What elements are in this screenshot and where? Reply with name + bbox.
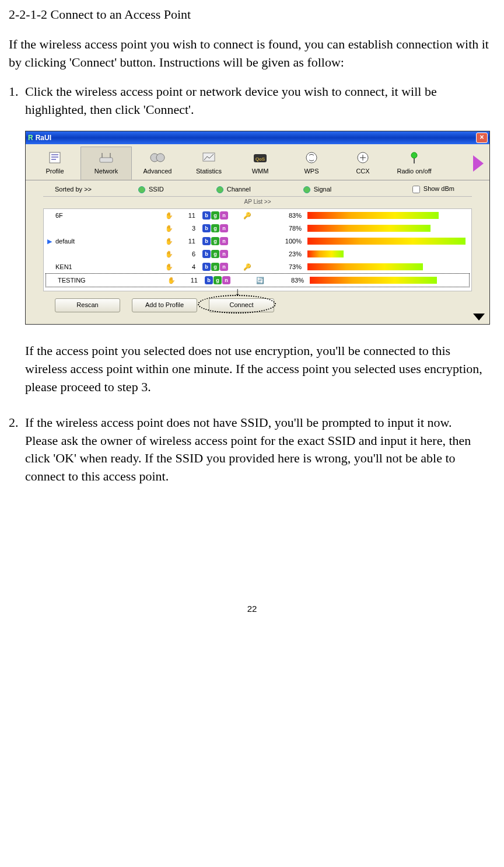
tab-label: Advanced: [132, 167, 183, 176]
ap-row[interactable]: KEN1✋4bgn🔑73%: [44, 260, 471, 273]
mode-badges: bgn: [202, 237, 243, 245]
sort-bar: Sorted by >> SSID Channel Signal Show dB…: [26, 180, 489, 196]
rescan-button[interactable]: Rescan: [55, 298, 120, 312]
ap-channel: 3: [178, 224, 202, 233]
show-dbm-checkbox[interactable]: [412, 186, 420, 193]
n-badge: n: [220, 211, 228, 220]
show-dbm-label: Show dBm: [424, 186, 454, 193]
step-number: 1.: [9, 83, 25, 101]
sort-signal-label: Signal: [314, 186, 332, 193]
svg-rect-3: [51, 159, 56, 160]
tab-label: CCX: [338, 167, 388, 176]
tab-label: Radio on/off: [389, 167, 439, 176]
g-badge: g: [211, 211, 219, 220]
g-badge: g: [211, 250, 219, 258]
tab-network[interactable]: Network: [80, 147, 132, 180]
window-titlebar: R RaUI ×: [26, 131, 489, 144]
sort-label: Sorted by >>: [55, 185, 92, 194]
n-badge: n: [222, 276, 230, 284]
step-1: 1.Click the wireless access point or net…: [9, 83, 495, 119]
tab-radio[interactable]: Radio on/off: [388, 147, 440, 180]
dot-icon: [138, 186, 145, 193]
ap-channel: 11: [180, 276, 205, 285]
radio-icon: [389, 149, 439, 166]
ccx-icon: [338, 149, 388, 166]
svg-rect-1: [51, 154, 58, 155]
show-dbm[interactable]: Show dBm: [410, 184, 454, 195]
tab-statistics[interactable]: Statistics: [183, 147, 235, 180]
tab-advanced[interactable]: Advanced: [132, 147, 183, 180]
step-text: If the wireless access point does not ha…: [25, 414, 486, 486]
app-icon: R: [28, 133, 33, 143]
svg-rect-4: [100, 158, 113, 162]
signal-bar: [307, 238, 468, 245]
tab-wmm[interactable]: QoS WMM: [235, 147, 286, 180]
tab-ccx[interactable]: CCX: [337, 147, 388, 180]
svg-point-14: [411, 152, 417, 158]
n-badge: n: [220, 237, 228, 245]
sort-ssid[interactable]: SSID: [138, 185, 164, 194]
sort-signal[interactable]: Signal: [303, 185, 332, 194]
ap-channel: 11: [178, 211, 202, 220]
b-badge: b: [205, 276, 213, 284]
advanced-icon: [132, 149, 183, 166]
ap-row[interactable]: ▶default✋11bgn100%: [44, 235, 471, 248]
tab-label: WMM: [235, 167, 285, 176]
close-icon[interactable]: ×: [476, 133, 488, 143]
ap-signal: 83%: [267, 211, 307, 220]
signal-bar: [307, 225, 468, 232]
ap-ssid: 6F: [55, 211, 160, 220]
lock-icon: 🔑: [243, 211, 254, 220]
ap-ssid: KEN1: [55, 263, 160, 271]
wps-icon: 🔄: [256, 276, 269, 285]
g-badge: g: [214, 276, 222, 284]
svg-text:QoS: QoS: [256, 156, 265, 162]
n-badge: n: [220, 224, 228, 232]
next-arrow-icon[interactable]: [473, 155, 484, 172]
ap-signal: 73%: [267, 263, 307, 271]
page-number: 22: [9, 603, 495, 615]
app-screenshot: R RaUI × Profile Network Advanced Statis…: [25, 131, 490, 325]
hand-icon: ✋: [160, 237, 178, 246]
ap-list: 6F✋11bgn🔑83%✋3bgn78%▶default✋11bgn100%✋6…: [43, 208, 472, 291]
step-number: 2.: [9, 414, 25, 432]
ap-signal: 78%: [267, 224, 307, 233]
n-badge: n: [220, 250, 228, 258]
connect-button[interactable]: Connect: [209, 298, 274, 312]
sort-channel-label: Channel: [227, 186, 251, 193]
tab-label: WPS: [286, 167, 337, 176]
ap-channel: 4: [178, 263, 202, 271]
current-indicator-icon: ▶: [47, 237, 55, 246]
hand-icon: ✋: [160, 211, 178, 220]
signal-bar: [307, 250, 468, 257]
button-row: ↓ Rescan Add to Profile Connect: [26, 296, 489, 318]
ap-channel: 6: [178, 250, 202, 259]
hand-icon: ✋: [163, 276, 180, 285]
tab-profile[interactable]: Profile: [29, 147, 80, 180]
network-icon: [81, 149, 131, 166]
ap-signal: 83%: [269, 276, 310, 285]
b-badge: b: [202, 237, 211, 245]
mode-badges: bgn: [202, 263, 243, 271]
ap-signal: 23%: [267, 250, 307, 259]
ap-signal: 100%: [267, 237, 307, 246]
tab-wps[interactable]: WPS: [286, 147, 337, 180]
sort-channel[interactable]: Channel: [216, 185, 251, 194]
wps-icon: [286, 149, 337, 166]
signal-bar: [307, 212, 468, 219]
add-to-profile-button[interactable]: Add to Profile: [132, 298, 197, 312]
dot-icon: [216, 186, 223, 193]
annotation-arrow-icon: ↓: [235, 283, 240, 300]
hand-icon: ✋: [160, 224, 178, 233]
b-badge: b: [202, 250, 211, 258]
step-2: 2.If the wireless access point does not …: [9, 414, 495, 486]
hand-icon: ✋: [160, 263, 178, 271]
signal-bar: [310, 277, 466, 284]
sort-ssid-label: SSID: [149, 186, 164, 193]
mode-badges: bgn: [202, 250, 243, 258]
ap-row[interactable]: TESTING✋11bgn🔄83%: [46, 273, 470, 287]
hand-icon: ✋: [160, 250, 178, 259]
ap-row[interactable]: 6F✋11bgn🔑83%: [44, 209, 471, 222]
ap-row[interactable]: ✋3bgn78%: [44, 222, 471, 235]
ap-row[interactable]: ✋6bgn23%: [44, 248, 471, 260]
